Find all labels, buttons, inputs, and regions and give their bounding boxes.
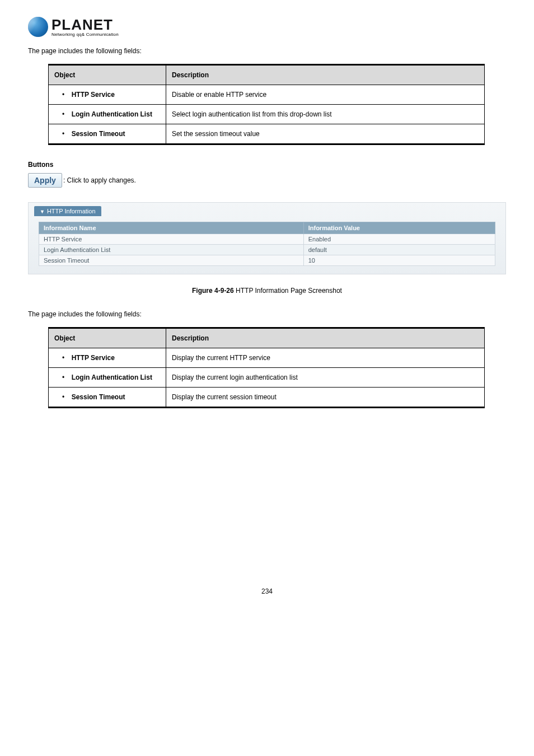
table-header-row: Information Name Information Value — [39, 222, 495, 234]
intro-text-2: The page includes the following fields: — [28, 310, 506, 318]
object-cell: • Login Authentication List — [49, 368, 166, 388]
object-cell: • HTTP Service — [49, 348, 166, 368]
description-cell: Display the current login authentication… — [166, 368, 485, 388]
globe-icon — [28, 17, 48, 37]
object-label: HTTP Service — [72, 91, 115, 99]
apply-button[interactable]: Apply — [28, 173, 62, 188]
table-row: HTTP Service Enabled — [39, 234, 495, 245]
intro-text-1: The page includes the following fields: — [28, 47, 506, 55]
object-label: Session Timeout — [72, 393, 125, 401]
figure-label: Figure 4-9-26 — [192, 287, 234, 295]
bullet-icon: • — [62, 110, 68, 118]
info-name-cell: Login Authentication List — [39, 245, 304, 255]
buttons-heading: Buttons — [28, 161, 506, 169]
object-label: Session Timeout — [72, 130, 125, 138]
description-cell: Display the current HTTP service — [166, 348, 485, 368]
header-object: Object — [49, 65, 166, 85]
header-description: Description — [166, 328, 485, 348]
figure-caption-text: HTTP Information Page Screenshot — [234, 287, 342, 295]
bullet-icon: • — [62, 354, 68, 362]
bullet-icon: • — [62, 393, 68, 401]
header-info-name: Information Name — [39, 222, 304, 234]
panel-title: ▼HTTP Information — [34, 206, 101, 216]
object-cell: • Session Timeout — [49, 124, 166, 144]
bullet-icon: • — [62, 130, 68, 138]
description-cell: Select login authentication list from th… — [166, 105, 485, 124]
description-cell: Display the current session timeout — [166, 388, 485, 408]
logo-word: PLANET — [51, 17, 119, 32]
table-row: • HTTP Service Disable or enable HTTP se… — [49, 85, 485, 105]
description-cell: Disable or enable HTTP service — [166, 85, 485, 105]
logo-text: PLANET Networking qq& Communication — [51, 17, 119, 37]
info-value-cell: default — [303, 245, 495, 255]
http-info-table: Information Name Information Value HTTP … — [39, 222, 495, 266]
apply-description: : Click to apply changes. — [63, 176, 136, 184]
figure-caption: Figure 4-9-26 HTTP Information Page Scre… — [28, 287, 506, 295]
bullet-icon: • — [62, 91, 68, 99]
object-label: Login Authentication List — [72, 374, 152, 381]
object-cell: • Session Timeout — [49, 388, 166, 408]
panel-title-text: HTTP Information — [47, 208, 96, 214]
table-row: • Session Timeout Display the current se… — [49, 388, 485, 408]
table-row: • HTTP Service Display the current HTTP … — [49, 348, 485, 368]
header-object: Object — [49, 328, 166, 348]
info-value-cell: 10 — [303, 255, 495, 266]
object-label: HTTP Service — [72, 354, 115, 362]
object-cell: • HTTP Service — [49, 85, 166, 105]
object-label: Login Authentication List — [72, 110, 152, 118]
page-number: 234 — [28, 587, 506, 595]
apply-row: Apply : Click to apply changes. — [28, 173, 506, 188]
chevron-down-icon: ▼ — [40, 209, 45, 214]
logo: PLANET Networking qq& Communication — [28, 17, 506, 37]
info-name-cell: HTTP Service — [39, 234, 304, 245]
table-row: Session Timeout 10 — [39, 255, 495, 266]
http-information-panel: ▼HTTP Information Information Name Infor… — [28, 202, 506, 274]
table-header-row: Object Description — [49, 65, 485, 85]
header-info-value: Information Value — [303, 222, 495, 234]
logo-subtitle: Networking qq& Communication — [51, 32, 119, 37]
table-row: Login Authentication List default — [39, 245, 495, 255]
description-cell: Set the session timeout value — [166, 124, 485, 144]
fields-table-2: Object Description • HTTP Service Displa… — [48, 327, 485, 408]
table-row: • Login Authentication List Display the … — [49, 368, 485, 388]
fields-table-1: Object Description • HTTP Service Disabl… — [48, 64, 485, 145]
info-value-cell: Enabled — [303, 234, 495, 245]
table-row: • Login Authentication List Select login… — [49, 105, 485, 124]
info-name-cell: Session Timeout — [39, 255, 304, 266]
table-row: • Session Timeout Set the session timeou… — [49, 124, 485, 144]
table-header-row: Object Description — [49, 328, 485, 348]
header-description: Description — [166, 65, 485, 85]
bullet-icon: • — [62, 374, 68, 381]
object-cell: • Login Authentication List — [49, 105, 166, 124]
